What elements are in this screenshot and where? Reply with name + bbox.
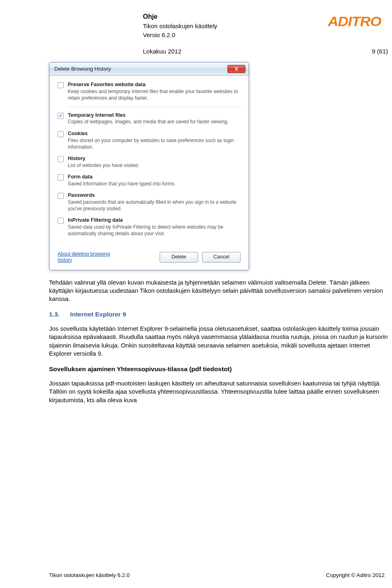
close-icon: X: [235, 66, 238, 72]
option-form-data[interactable]: Form data Saved information that you hav…: [58, 174, 241, 187]
option-temp-files[interactable]: ✓ Temporary Internet files Copies of web…: [58, 112, 241, 125]
doc-version: Versio 6.2.0: [143, 31, 217, 39]
option-desc: Copies of webpages, images, and media th…: [68, 118, 229, 125]
option-passwords[interactable]: Passwords Saved passwords that are autom…: [58, 192, 241, 212]
option-label: History: [68, 155, 139, 162]
option-desc: Saved information that you have typed in…: [68, 180, 176, 187]
doc-title: Ohje: [143, 12, 217, 21]
option-label: Form data: [68, 174, 176, 180]
option-desc: Saved data used by InPrivate Filtering t…: [68, 224, 241, 237]
about-link[interactable]: About deleting browsing history: [58, 251, 115, 263]
option-label: Temporary Internet files: [68, 112, 229, 119]
meta-row: Lokakuu 2012 9 (61): [49, 47, 392, 56]
option-desc: Files stored on your computer by website…: [68, 137, 241, 150]
option-desc: List of websites you have visited.: [68, 162, 139, 169]
option-label: Cookies: [68, 130, 241, 137]
checkbox[interactable]: [58, 82, 64, 88]
footer-copyright: Copyright © Aditro 2012: [282, 572, 385, 579]
paragraph: Jossain tapauksissa pdf-muotoisten lasku…: [49, 379, 388, 404]
option-desc: Saved passwords that are automatically f…: [68, 199, 241, 212]
checkbox[interactable]: ✓: [58, 113, 64, 119]
doc-subtitle: Tikon ostolaskujen käsittely: [143, 22, 217, 30]
doc-date: Lokakuu 2012: [143, 47, 181, 56]
checkbox[interactable]: [58, 193, 64, 199]
separator: [68, 107, 241, 107]
delete-button[interactable]: Delete: [160, 252, 198, 263]
section-heading: 1.3. Internet Explorer 9: [49, 310, 392, 319]
sub-heading: Sovelluksen ajaminen Yhteensopivuus-tila…: [49, 365, 392, 374]
paragraph: Jos sovellusta käytetään Internet Explor…: [49, 325, 388, 358]
page-header: Ohje Tikon ostolaskujen käsittely Versio…: [49, 12, 392, 40]
option-cookies[interactable]: Cookies Files stored on your computer by…: [58, 130, 241, 150]
option-label: Preserve Favorites website data: [68, 81, 241, 88]
checkbox[interactable]: [58, 174, 64, 180]
option-label: InPrivate Filtering data: [68, 217, 241, 224]
checkbox[interactable]: [58, 131, 64, 137]
brand-logo: ADITRO: [327, 12, 385, 31]
delete-history-dialog: Delete Browsing History X Preserve Favor…: [49, 62, 249, 270]
paragraph: Tehdään valinnat yllä olevan kuvan mukai…: [49, 278, 388, 303]
option-history[interactable]: History List of websites you have visite…: [58, 155, 241, 169]
option-favorites[interactable]: Preserve Favorites website data Keep coo…: [58, 81, 241, 101]
dialog-titlebar: Delete Browsing History X: [49, 62, 249, 76]
footer-left: Tikon ostolaskujen käsittely 6.2.0: [49, 572, 130, 579]
checkbox[interactable]: [58, 218, 64, 224]
section-title: Internet Explorer 9: [70, 310, 126, 319]
close-button[interactable]: X: [227, 65, 245, 73]
page-footer: Tikon ostolaskujen käsittely 6.2.0 Copyr…: [49, 572, 385, 579]
option-inprivate[interactable]: InPrivate Filtering data Saved data used…: [58, 217, 241, 237]
option-desc: Keep cookies and temporary Internet file…: [68, 88, 241, 101]
dialog-title: Delete Browsing History: [54, 65, 111, 73]
checkbox[interactable]: [58, 156, 64, 162]
section-number: 1.3.: [49, 310, 60, 319]
option-label: Passwords: [68, 192, 241, 199]
page-number: 9 (61): [372, 47, 388, 56]
cancel-button[interactable]: Cancel: [202, 252, 241, 263]
